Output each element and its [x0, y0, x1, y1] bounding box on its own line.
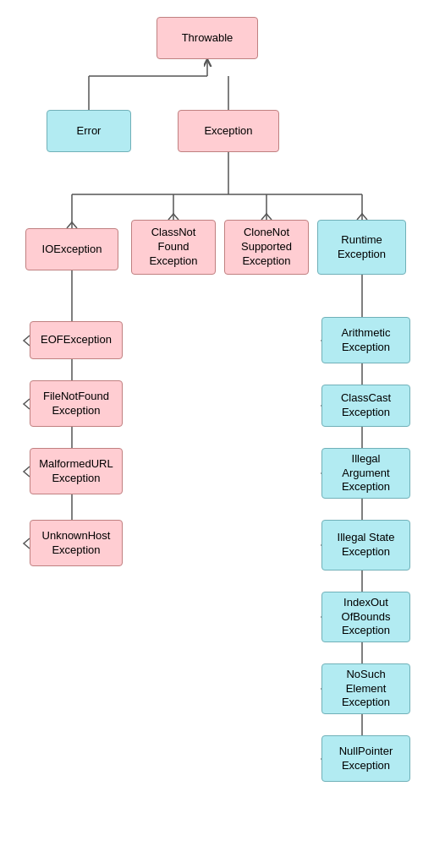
- classnotfound-node: ClassNot Found Exception: [131, 220, 216, 275]
- indexout-node: IndexOut OfBounds Exception: [321, 592, 410, 642]
- error-node: Error: [47, 110, 131, 152]
- nosuch-node: NoSuch Element Exception: [321, 663, 410, 714]
- exception-node: Exception: [178, 110, 279, 152]
- nullpointer-node: NullPointer Exception: [321, 735, 410, 782]
- illegalargument-node: Illegal Argument Exception: [321, 448, 410, 499]
- filenotfound-node: FileNotFound Exception: [30, 380, 123, 427]
- malformedurl-node: MalformedURL Exception: [30, 448, 123, 494]
- ioexception-node: IOException: [25, 228, 118, 270]
- class-hierarchy-diagram: Throwable Error Exception IOException Cl…: [0, 0, 423, 868]
- illegalstate-node: Illegal State Exception: [321, 520, 410, 570]
- arithmetic-node: Arithmetic Exception: [321, 317, 410, 363]
- throwable-node: Throwable: [157, 17, 258, 59]
- classcast-node: ClassCast Exception: [321, 385, 410, 427]
- clonenotsupported-node: CloneNot Supported Exception: [224, 220, 309, 275]
- unknownhost-node: UnknownHost Exception: [30, 520, 123, 566]
- runtime-node: Runtime Exception: [317, 220, 406, 275]
- eofexception-node: EOFException: [30, 321, 123, 359]
